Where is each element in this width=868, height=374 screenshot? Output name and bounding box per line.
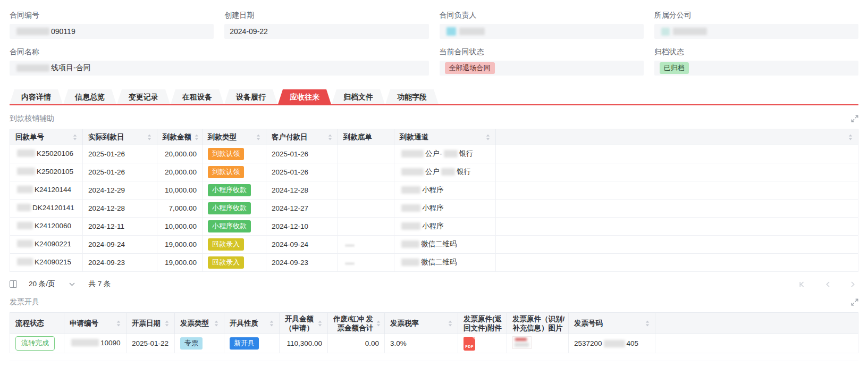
cell-content: 2024-12-28: [88, 204, 125, 212]
table-cell: [496, 236, 858, 254]
data-table: 回款单号实际到款日到款金额到款类型客户付款日到款底单到款通道K250201062…: [10, 129, 858, 272]
sort-icon[interactable]: [848, 134, 853, 140]
column-header: 流程状态: [10, 313, 64, 334]
table-cell: PDF: [458, 334, 507, 353]
payment-section-header: 到款核销辅助: [10, 114, 858, 123]
cell-text: 公户: [425, 167, 440, 177]
table-cell: K24120060: [10, 218, 83, 236]
table-cell: 小程序收款: [203, 181, 266, 200]
tab-change-log[interactable]: 变更记录: [117, 89, 170, 104]
column-header-inner: 发票类型: [180, 319, 218, 328]
column-header-inner: 到款通道: [400, 132, 490, 142]
sort-icon[interactable]: [116, 320, 121, 327]
status-badge: 小程序收款: [208, 220, 251, 232]
table-cell: 到款认领: [203, 163, 266, 181]
table-cell: 小程序: [394, 200, 496, 218]
table-cell: 公户-银行: [394, 145, 496, 163]
status-badge: 小程序收款: [208, 184, 251, 196]
table-cell: [496, 181, 858, 200]
sort-icon[interactable]: [376, 320, 381, 327]
column-label: 发票原件(返回文件)附件: [464, 314, 502, 333]
sort-icon[interactable]: [147, 134, 151, 140]
sort-icon[interactable]: [318, 320, 322, 327]
tab-function-fields[interactable]: 功能字段: [385, 89, 439, 104]
table-cell: [338, 254, 394, 272]
sort-icon[interactable]: [214, 320, 218, 327]
sort-icon[interactable]: [73, 134, 77, 140]
column-label-line: 到款底单: [343, 132, 372, 142]
column-header-inner: 开具金额（申请）: [285, 314, 322, 333]
column-header-inner: 申请编号: [70, 319, 121, 328]
sort-icon[interactable]: [328, 134, 332, 140]
table-cell: 微信二维码: [394, 236, 496, 254]
sort-icon[interactable]: [448, 320, 452, 327]
cell-content: 2025-01-26: [88, 150, 125, 158]
pagination-bar: 20 条/页 共 7 条: [10, 279, 858, 289]
redacted-blur: [401, 259, 419, 266]
sort-icon[interactable]: [269, 320, 274, 327]
expand-icon[interactable]: [851, 115, 858, 122]
cell-text: 小程序: [422, 221, 444, 231]
cell-content: 2024-12-28: [272, 186, 308, 194]
cell-text: DK24120141: [32, 204, 74, 212]
cell-text: K24120060: [35, 222, 71, 230]
page-size-select[interactable]: 20 条/页: [29, 279, 75, 289]
cell-text: 20,000.00: [165, 150, 197, 158]
redacted-blur: [345, 244, 355, 247]
tab-equipment-fulfillment[interactable]: 设备履行: [224, 89, 277, 104]
tab-info-overview[interactable]: 信息总览: [63, 89, 116, 104]
table-cell: 微信二维码: [394, 254, 496, 272]
status-badge: 到款认领: [208, 166, 244, 178]
cell-text: 2024-12-29: [88, 186, 125, 194]
cell-content: K25020106: [15, 149, 73, 157]
tab-rented-equipment[interactable]: 在租设备: [171, 89, 224, 104]
invoice-section-title: 发票开具: [10, 297, 39, 307]
total-count: 共 7 条: [89, 279, 111, 289]
redacted-blur: [16, 64, 49, 72]
tab-receivables[interactable]: 应收往来: [278, 89, 331, 104]
invoice-section: 发票开具 流程状态申请编号开票日期发票类型开具性质开具金额（申请）作废/红冲 发…: [10, 297, 858, 353]
column-header: 作废/红冲 发票金额合计: [328, 313, 385, 334]
column-settings-icon[interactable]: [10, 280, 17, 288]
table-cell: 新开具: [224, 334, 280, 353]
column-label: 开具性质: [230, 319, 258, 328]
column-label: 流程状态: [15, 319, 44, 328]
cell-text: 0.00: [365, 339, 379, 347]
table-cell: 2025-01-26: [83, 163, 157, 181]
cell-text: 19,000.00: [165, 240, 197, 248]
sort-icon[interactable]: [256, 134, 260, 140]
branch-company-field-value: [654, 24, 858, 39]
prev-page-icon[interactable]: [825, 281, 830, 288]
contract-number-field-label: 合同编号: [10, 11, 214, 20]
column-header-inner: [501, 134, 853, 140]
sort-icon[interactable]: [165, 320, 169, 327]
table-cell: 7,000.00: [157, 200, 203, 218]
cell-text: 20,000.00: [165, 168, 197, 176]
column-header: [655, 313, 858, 334]
create-date-field-value: 2024-09-22: [224, 24, 428, 39]
column-label: 开票日期: [132, 319, 161, 328]
tab-archived-files[interactable]: 归档文件: [332, 89, 385, 104]
sort-icon[interactable]: [195, 134, 199, 140]
cell-text: 2024-09-23: [88, 259, 125, 267]
next-page-icon[interactable]: [850, 281, 855, 288]
table-cell: 回款录入: [203, 236, 266, 254]
sort-icon[interactable]: [645, 320, 650, 327]
invoice-table-wrap: 流程状态申请编号开票日期发票类型开具性质开具金额（申请）作废/红冲 发票金额合计…: [10, 312, 858, 353]
pdf-file-icon[interactable]: PDF: [464, 337, 475, 351]
cell-content: 2025-01-26: [272, 168, 308, 176]
table-cell: 2024-09-23: [83, 254, 157, 272]
redacted-blur: [17, 204, 31, 211]
expand-icon[interactable]: [851, 298, 858, 306]
column-label: 发票号码: [574, 319, 603, 328]
cell-text: 19,000.00: [165, 259, 197, 267]
column-header-inner: 到款金额: [163, 132, 197, 142]
create-date-field-label: 创建日期: [224, 11, 428, 20]
column-label-line: 开票日期: [132, 319, 161, 328]
first-page-icon[interactable]: [798, 281, 805, 288]
invoice-image-thumbnail[interactable]: [512, 336, 532, 349]
table-cell: 20,000.00: [157, 163, 203, 181]
tab-content-detail[interactable]: 内容详情: [10, 89, 63, 104]
cell-text: K24090215: [35, 258, 71, 266]
sort-icon[interactable]: [486, 134, 490, 140]
